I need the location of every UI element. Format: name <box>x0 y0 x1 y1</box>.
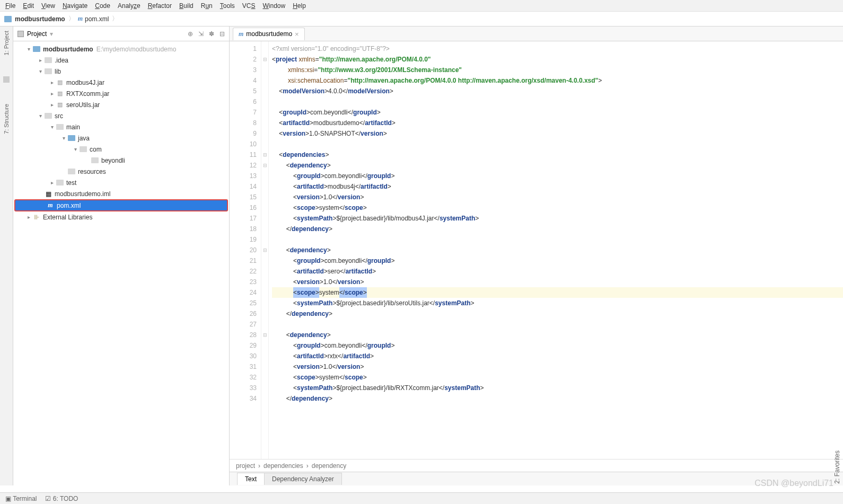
tree-src[interactable]: ▾src <box>13 110 229 121</box>
editor-breadcrumb: project› dependencies› dependency <box>230 459 843 472</box>
bc-dependencies[interactable]: dependencies <box>264 462 303 470</box>
bc-project[interactable]: project <box>236 462 255 470</box>
project-tree: ▾modbusrtudemoE:\mydemo\modbusrtudemo ▸.… <box>13 41 229 485</box>
editor-bottom-tabs: Text Dependency Analyzer <box>230 472 843 485</box>
tool-structure[interactable]: 7: Structure <box>3 104 10 134</box>
menu-tools[interactable]: Tools <box>220 2 235 10</box>
menu-vcs[interactable]: VCS <box>242 2 256 10</box>
fold-column[interactable]: ⊟⊟⊟⊟⊟ <box>261 41 269 459</box>
project-pane-title: Project <box>27 30 47 38</box>
tree-iml[interactable]: ▦modbusrtudemo.iml <box>13 188 229 199</box>
status-todo[interactable]: ☑ 6: TODO <box>45 495 78 502</box>
tool-project[interactable]: 1: Project <box>3 31 10 55</box>
tree-jar1[interactable]: ▸▥modbus4J.jar <box>13 77 229 88</box>
code-content[interactable]: <?xml version="1.0" encoding="UTF-8"?> <… <box>269 41 843 459</box>
collapse-icon[interactable]: ⇲ <box>198 30 204 38</box>
editor: m modbusrtudemo × 1234567891011121314151… <box>230 26 843 485</box>
tab-label: modbusrtudemo <box>246 30 292 38</box>
menu-build[interactable]: Build <box>179 2 194 10</box>
status-bar: ▣ Terminal ☑ 6: TODO <box>0 492 843 504</box>
tab-dependency-analyzer[interactable]: Dependency Analyzer <box>264 473 342 485</box>
tree-extlib[interactable]: ▸⊪External Libraries <box>13 211 229 223</box>
menu-file[interactable]: File <box>5 2 15 10</box>
menu-help[interactable]: Help <box>293 2 306 10</box>
project-icon <box>17 31 24 37</box>
close-icon[interactable]: × <box>295 30 299 38</box>
project-pane: Project ▾ ⊕ ⇲ ✽ ⊟ ▾modbusrtudemoE:\mydem… <box>13 26 230 485</box>
target-icon[interactable]: ⊕ <box>188 30 193 38</box>
crumb-project[interactable]: modbusrtudemo <box>15 15 65 23</box>
menu-analyze[interactable]: Analyze <box>118 2 140 10</box>
menu-run[interactable]: Run <box>201 2 213 10</box>
tree-idea[interactable]: ▸.idea <box>13 55 229 66</box>
tree-resources[interactable]: resources <box>13 166 229 177</box>
crumb-sep: 〉 <box>68 14 75 23</box>
menu-navigate[interactable]: Navigate <box>63 2 87 10</box>
maven-icon: m <box>239 30 243 38</box>
menu-edit[interactable]: Edit <box>23 2 34 10</box>
tree-beyondli[interactable]: beyondli <box>13 155 229 166</box>
project-pane-header: Project ▾ ⊕ ⇲ ✽ ⊟ <box>13 26 229 41</box>
settings-icon[interactable]: ✽ <box>209 30 214 38</box>
hide-icon[interactable]: ⊟ <box>219 30 225 38</box>
editor-tabs: m modbusrtudemo × <box>230 26 843 41</box>
menu-bar: File Edit View Navigate Code Analyze Ref… <box>0 0 843 12</box>
tree-pom[interactable]: mpom.xml <box>14 199 228 211</box>
left-tool-strip: 1: Project 7: Structure <box>0 26 13 485</box>
status-terminal[interactable]: ▣ Terminal <box>5 495 37 502</box>
dropdown-icon[interactable]: ▾ <box>50 30 53 38</box>
menu-view[interactable]: View <box>41 2 55 10</box>
menu-code[interactable]: Code <box>95 2 110 10</box>
tree-jar3[interactable]: ▸▥seroUtils.jar <box>13 99 229 110</box>
bc-dependency[interactable]: dependency <box>312 462 346 470</box>
tool-square-icon[interactable] <box>3 76 10 83</box>
watermark: CSDN @beyondLi71 <box>754 479 833 488</box>
tab-text[interactable]: Text <box>237 473 265 485</box>
editor-tab-pom[interactable]: m modbusrtudemo × <box>233 28 305 40</box>
tree-root[interactable]: ▾modbusrtudemoE:\mydemo\modbusrtudemo <box>13 43 229 55</box>
tree-main[interactable]: ▾main <box>13 121 229 132</box>
menu-refactor[interactable]: Refactor <box>148 2 172 10</box>
menu-window[interactable]: Window <box>262 2 285 10</box>
tree-lib[interactable]: ▾lib <box>13 66 229 77</box>
crumb-sep: 〉 <box>112 14 118 23</box>
tree-jar2[interactable]: ▸▥RXTXcomm.jar <box>13 88 229 99</box>
tree-com[interactable]: ▾com <box>13 144 229 155</box>
crumb-file[interactable]: pom.xml <box>85 15 109 23</box>
code-area[interactable]: 1234567891011121314151617181920212223242… <box>230 41 843 459</box>
tree-test[interactable]: ▸test <box>13 177 229 188</box>
folder-icon <box>4 16 12 22</box>
tree-java[interactable]: ▾java <box>13 132 229 144</box>
maven-icon: m <box>78 15 83 23</box>
gutter: 1234567891011121314151617181920212223242… <box>230 41 261 459</box>
nav-breadcrumb: modbusrtudemo 〉 m pom.xml 〉 <box>0 12 843 26</box>
